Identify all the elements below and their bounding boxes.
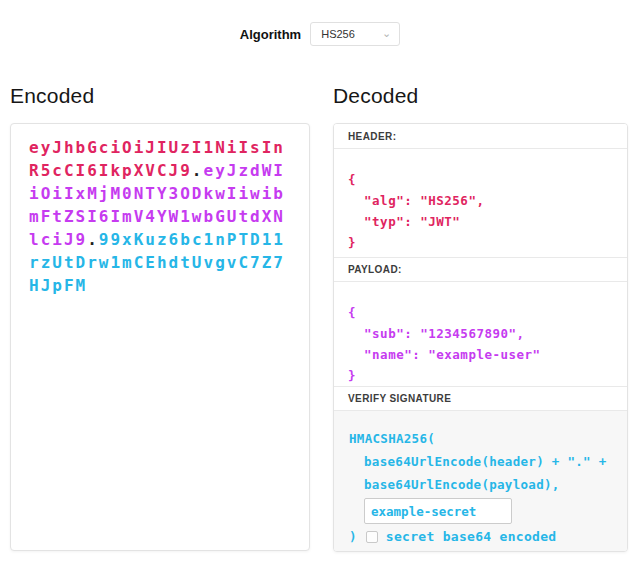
header-section-label: HEADER:: [348, 131, 396, 142]
header-json-editor[interactable]: { "alg": "HS256", "typ": "JWT" }: [334, 149, 627, 253]
secret-base64-checkbox[interactable]: [366, 531, 378, 543]
token-dot-2: .: [87, 230, 99, 249]
verify-signature-content: HMACSHA256( base64UrlEncode(header) + ".…: [334, 411, 627, 551]
token-dot-1: .: [192, 161, 204, 180]
decoded-title: Decoded: [333, 84, 628, 108]
secret-base64-checkbox-label[interactable]: secret base64 encoded: [386, 525, 557, 548]
signature-code-line-1: HMACSHA256(: [349, 427, 612, 450]
signature-code-line-3: base64UrlEncode(payload),: [349, 473, 612, 496]
payload-section-content: { "sub": "1234567890", "name": "example-…: [334, 282, 627, 386]
signature-close-row: ) secret base64 encoded: [349, 525, 612, 548]
header-section-content: { "alg": "HS256", "typ": "JWT" }: [334, 149, 627, 257]
signature-code-close: ): [349, 525, 357, 548]
algorithm-toolbar: Algorithm HS256 ⌄: [0, 0, 640, 46]
algorithm-select[interactable]: HS256 ⌄: [310, 22, 400, 46]
header-section-bar: HEADER:: [334, 124, 627, 149]
algorithm-selected-value: HS256: [321, 28, 355, 40]
encoded-column: Encoded eyJhbGciOiJIUzI1NiIsInR5cCI6IkpX…: [10, 84, 310, 552]
payload-section-label: PAYLOAD:: [348, 264, 402, 275]
main-columns: Encoded eyJhbGciOiJIUzI1NiIsInR5cCI6IkpX…: [0, 84, 640, 552]
algorithm-label: Algorithm: [240, 27, 301, 42]
encoded-token-editor[interactable]: eyJhbGciOiJIUzI1NiIsInR5cCI6IkpXVCJ9.eyJ…: [10, 123, 310, 551]
chevron-down-icon: ⌄: [382, 28, 391, 39]
signature-code-line-2: base64UrlEncode(header) + "." +: [349, 450, 612, 473]
decoded-panel: HEADER: { "alg": "HS256", "typ": "JWT" }…: [333, 123, 628, 552]
secret-input[interactable]: [364, 498, 512, 524]
payload-json-editor[interactable]: { "sub": "1234567890", "name": "example-…: [334, 282, 627, 386]
payload-section-bar: PAYLOAD:: [334, 257, 627, 282]
decoded-column: Decoded HEADER: { "alg": "HS256", "typ":…: [333, 84, 628, 552]
verify-signature-section-label: VERIFY SIGNATURE: [348, 393, 451, 404]
encoded-title: Encoded: [10, 84, 310, 108]
verify-signature-section-bar: VERIFY SIGNATURE: [334, 386, 627, 411]
